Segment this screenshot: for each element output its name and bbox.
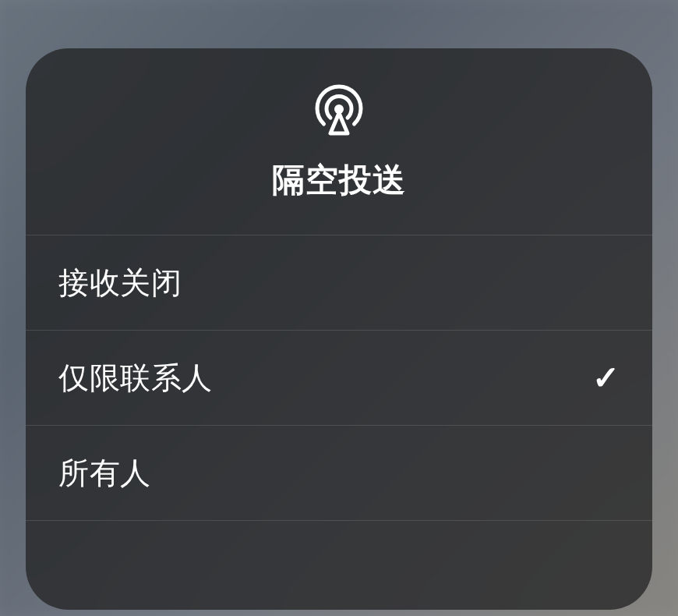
option-contacts-only[interactable]: 仅限联系人 ✓ xyxy=(26,331,652,426)
options-list: 接收关闭 ✓ 仅限联系人 ✓ 所有人 ✓ xyxy=(26,235,652,521)
airdrop-icon xyxy=(312,82,366,136)
option-receiving-off[interactable]: 接收关闭 ✓ xyxy=(26,235,652,331)
option-everyone[interactable]: 所有人 ✓ xyxy=(26,426,652,521)
panel-title: 隔空投送 xyxy=(272,158,406,202)
option-label: 接收关闭 xyxy=(58,262,182,304)
panel-header: 隔空投送 xyxy=(26,48,652,235)
option-label: 仅限联系人 xyxy=(58,357,213,399)
airdrop-settings-panel: 隔空投送 接收关闭 ✓ 仅限联系人 ✓ 所有人 ✓ xyxy=(26,48,652,610)
option-label: 所有人 xyxy=(58,452,151,494)
checkmark-icon: ✓ xyxy=(592,359,620,397)
